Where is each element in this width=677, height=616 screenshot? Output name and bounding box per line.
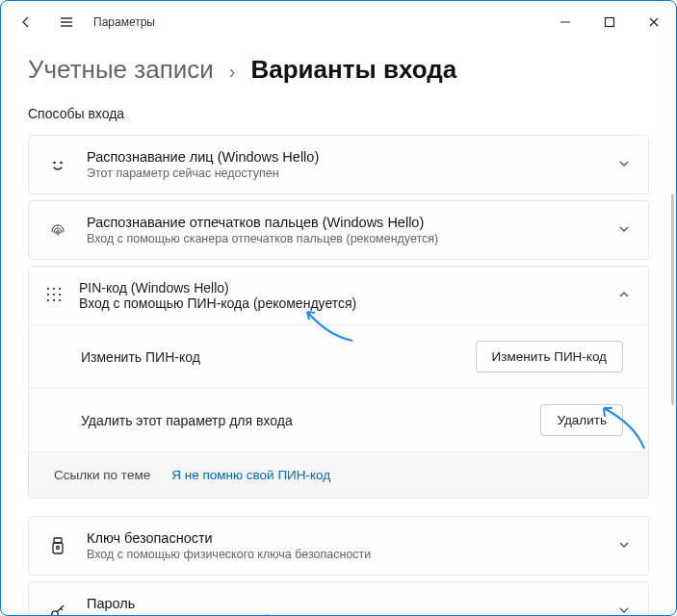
signin-option-pin: PIN-код (Windows Hello) Вход с помощью П…: [28, 266, 649, 499]
svg-point-11: [59, 298, 61, 300]
usb-key-icon: [44, 536, 71, 555]
pin-remove-row: Удалить этот параметр для входа Удалить: [29, 388, 648, 451]
window-close[interactable]: [632, 7, 676, 38]
related-links-label: Ссылки по теме: [54, 468, 150, 482]
option-subtitle: Вход с помощью физического ключа безопас…: [87, 548, 602, 561]
svg-rect-12: [54, 538, 62, 543]
option-subtitle: Вход с помощью ПИН-кода (рекомендуется): [79, 295, 602, 311]
svg-point-5: [59, 287, 61, 289]
page-title: Варианты входа: [250, 55, 456, 85]
option-title: PIN-код (Windows Hello): [79, 280, 602, 295]
chevron-up-icon: [617, 288, 631, 304]
svg-point-8: [59, 293, 61, 295]
svg-point-4: [53, 287, 55, 289]
chevron-down-icon: [617, 538, 631, 554]
chevron-down-icon: [617, 222, 631, 239]
section-label: Способы входа: [28, 106, 649, 121]
scrollbar[interactable]: [671, 193, 674, 405]
window-minimize[interactable]: [543, 7, 587, 38]
fingerprint-icon: [44, 220, 71, 240]
pin-remove-label: Удалить этот параметр для входа: [81, 413, 293, 428]
chevron-right-icon: ›: [229, 61, 236, 83]
signin-option-fingerprint[interactable]: Распознавание отпечатков пальцев (Window…: [28, 200, 649, 260]
pin-change-label: Изменить ПИН-код: [81, 349, 200, 365]
option-title: Распознавание лиц (Windows Hello): [87, 149, 602, 165]
svg-rect-0: [606, 18, 614, 27]
forgot-pin-link[interactable]: Я не помню свой ПИН-код: [171, 468, 330, 482]
svg-point-6: [47, 293, 49, 295]
keypad-icon: [44, 285, 64, 307]
signin-option-pin-header[interactable]: PIN-код (Windows Hello) Вход с помощью П…: [29, 267, 648, 324]
svg-point-10: [53, 298, 55, 300]
remove-pin-button[interactable]: Удалить: [540, 404, 623, 436]
svg-rect-13: [53, 543, 63, 553]
breadcrumb-parent[interactable]: Учетные записи: [28, 55, 214, 85]
signin-option-password[interactable]: Пароль Вход с помощью пароля учетной зап…: [28, 581, 649, 616]
related-links-row: Ссылки по теме Я не помню свой ПИН-код: [29, 451, 648, 498]
breadcrumb: Учетные записи › Варианты входа: [28, 55, 649, 85]
signin-option-security-key[interactable]: Ключ безопасности Вход с помощью физичес…: [28, 516, 649, 576]
back-button[interactable]: [9, 5, 43, 39]
pin-change-row: Изменить ПИН-код Изменить ПИН-код: [29, 324, 648, 388]
svg-point-7: [53, 293, 55, 295]
window-maximize[interactable]: [587, 7, 632, 38]
chevron-down-icon: [617, 157, 631, 173]
face-icon: [44, 155, 71, 174]
signin-option-face[interactable]: Распознавание лиц (Windows Hello) Этот п…: [28, 135, 649, 194]
svg-point-2: [60, 162, 63, 165]
option-title: Распознавание отпечатков пальцев (Window…: [87, 215, 602, 230]
svg-point-1: [53, 162, 56, 165]
option-subtitle: Вход с помощью сканера отпечатков пальце…: [87, 232, 602, 245]
svg-point-3: [47, 287, 49, 289]
key-icon: [44, 602, 71, 616]
option-title: Пароль: [87, 596, 602, 611]
svg-point-9: [47, 298, 49, 300]
svg-point-14: [57, 547, 60, 550]
change-pin-button[interactable]: Изменить ПИН-код: [476, 341, 623, 372]
chevron-down-icon: [617, 603, 631, 617]
menu-button[interactable]: [49, 5, 84, 39]
option-title: Ключ безопасности: [87, 530, 602, 546]
option-subtitle: Этот параметр сейчас недоступен: [87, 167, 602, 180]
window-title: Параметры: [93, 15, 155, 29]
